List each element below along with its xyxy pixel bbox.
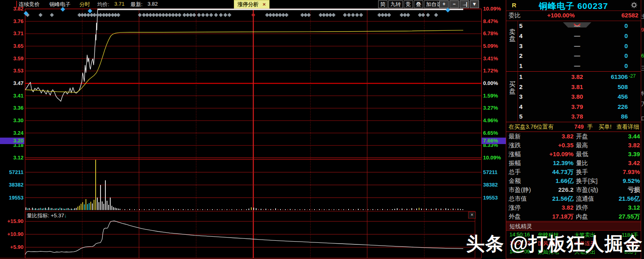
clipped-char: 主 xyxy=(641,13,644,20)
stat-value: 21.56亿 xyxy=(535,195,573,203)
stat-label: 最新 xyxy=(509,133,521,140)
volume-tick-right: 19553 xyxy=(483,195,498,201)
settings-gear-icon[interactable] xyxy=(631,2,638,8)
queue-volume: 0 xyxy=(571,32,628,39)
buy-side-label: 买盘 xyxy=(509,81,516,95)
queue-level: 1 xyxy=(519,62,522,69)
percent-tick: 6.78% xyxy=(483,30,498,36)
stat-label: 市盈(动) xyxy=(576,186,598,194)
queue-volume: 86 xyxy=(571,113,628,120)
queue-volume: 226 xyxy=(571,103,628,110)
last-label: 最新: xyxy=(131,1,143,8)
percent-tick: 6.65% xyxy=(483,130,498,136)
stat-value: 226.2 xyxy=(535,186,573,193)
percent-tick: 3.27% xyxy=(483,105,498,111)
queue-volume: 508 xyxy=(571,83,628,90)
stat-label: 涨停 xyxy=(509,204,521,212)
stat-label: 换手[实] xyxy=(576,177,597,185)
notice-unit: 手 xyxy=(587,122,593,131)
avg-label: 均价: xyxy=(97,1,109,8)
quote-panel: R 铜峰电子 600237 委比 +100.00% 62582 卖盘 买盘 5—… xyxy=(506,0,641,259)
stat-value: 21.56亿 xyxy=(603,195,640,203)
notice-tail: 买单! xyxy=(599,122,612,131)
panel-stock-name: 铜峰电子 xyxy=(539,1,575,11)
clipped-side-column: 主96三特万口 xyxy=(641,0,644,259)
clipped-char: 三 xyxy=(641,65,644,72)
stat-value: 3.12 xyxy=(603,204,640,211)
stat-label: 换手 xyxy=(576,168,588,176)
stat-label: 最低 xyxy=(576,151,588,158)
stat-label: 跌停 xyxy=(576,204,588,212)
weibi-label: 委比 xyxy=(509,12,521,19)
stat-label: 流通值 xyxy=(576,195,594,203)
duanxian-title: 短线精灵 xyxy=(506,222,641,231)
window-edge-tick xyxy=(16,1,17,8)
liangbi-tick: +5.90 xyxy=(0,244,24,250)
stat-value: 3.82 xyxy=(535,133,573,140)
queue-volume: 456 xyxy=(571,93,628,100)
clipped-char: 6 xyxy=(641,53,644,59)
mode-label[interactable]: 分时 xyxy=(79,1,90,8)
queue-volume: 0 xyxy=(571,52,628,59)
price-tick: 3.71 xyxy=(0,30,24,36)
stat-value: 17.18万 xyxy=(535,213,573,221)
stat-value: 9.52% xyxy=(603,177,640,184)
stat-value: 1.66亿 xyxy=(535,177,573,185)
watermark-text: 头条 @打板狂人掘金 xyxy=(466,231,643,257)
percent-tick: 5.09% xyxy=(483,43,498,49)
view-details-link[interactable]: 查看详细 xyxy=(616,122,639,131)
stat-value: 3.44 xyxy=(603,133,640,140)
stat-value: 27.55万 xyxy=(603,213,640,221)
price-tick: 3.65 xyxy=(0,43,24,49)
clipped-char: 9 xyxy=(641,27,644,33)
stat-label: 市盈(静) xyxy=(509,186,531,194)
volume-tick: 57211 xyxy=(0,169,24,175)
stat-label: 内盘 xyxy=(576,213,588,221)
queue-level: 4 xyxy=(519,103,522,110)
queue-level: 2 xyxy=(519,83,522,90)
stat-value: 3.42 xyxy=(603,159,640,166)
queue-level: 5 xyxy=(519,22,522,29)
stat-label: 振幅 xyxy=(509,159,521,167)
stat-value: 3.82 xyxy=(535,204,573,211)
price-tick: 3.53 xyxy=(0,68,24,74)
volume-tick: 38382 xyxy=(0,182,24,188)
weibi-percent: +100.00% xyxy=(531,12,591,19)
queue-level: 2 xyxy=(519,52,522,59)
indicator-close-icon[interactable]: × xyxy=(468,212,476,219)
stat-value: +0.35 xyxy=(535,142,573,149)
queue-volume: 0 xyxy=(571,22,628,29)
stat-value: 3.82 xyxy=(603,142,640,149)
queue-volume: 0 xyxy=(571,42,628,49)
stat-label: 外盘 xyxy=(509,213,521,221)
stat-value: +10.09% xyxy=(535,151,573,157)
percent-tick: 4.96% xyxy=(483,117,498,123)
stat-value: 亏损 xyxy=(603,186,640,194)
price-tick: 3.76 xyxy=(0,18,24,24)
volume-tick-right: 38382 xyxy=(483,182,498,188)
stock-app-window: 3.8210.09%3.768.47%3.716.78%3.655.09%3.5… xyxy=(0,0,644,259)
stat-label: 最高 xyxy=(576,142,588,149)
highlighted-percent-tick: 7.66% xyxy=(481,138,506,144)
percent-tick: 0.00% xyxy=(483,80,498,86)
volume-tick-right: 57211 xyxy=(483,169,497,175)
price-tick: 3.24 xyxy=(0,130,24,136)
stat-label: 金额 xyxy=(509,177,521,185)
clipped-char: 万 xyxy=(641,100,644,108)
stat-value: 44.73万 xyxy=(535,168,573,176)
price-tick: 3.47 xyxy=(0,80,24,86)
avg-value: 3.71 xyxy=(114,1,124,7)
queue-volume: 61306 xyxy=(571,73,628,80)
liangbi-indicator-label: 量比指标: +5.37↓ xyxy=(27,212,67,219)
notice-lots: 749 xyxy=(574,122,584,131)
queue-level: 5 xyxy=(519,113,522,120)
stock-name: 铜峰电子 xyxy=(49,1,71,8)
percent-tick: 3.41% xyxy=(483,55,498,62)
panel-stock-code: 600237 xyxy=(577,1,608,11)
stat-label: 涨跌 xyxy=(509,142,521,149)
session-label: 连续竞价 xyxy=(19,1,40,8)
price-tick: 3.36 xyxy=(0,105,24,111)
stat-value: 7.93% xyxy=(603,168,640,175)
liangbi-tick: +15.90 xyxy=(0,218,24,224)
queue-level: 1 xyxy=(519,73,522,80)
